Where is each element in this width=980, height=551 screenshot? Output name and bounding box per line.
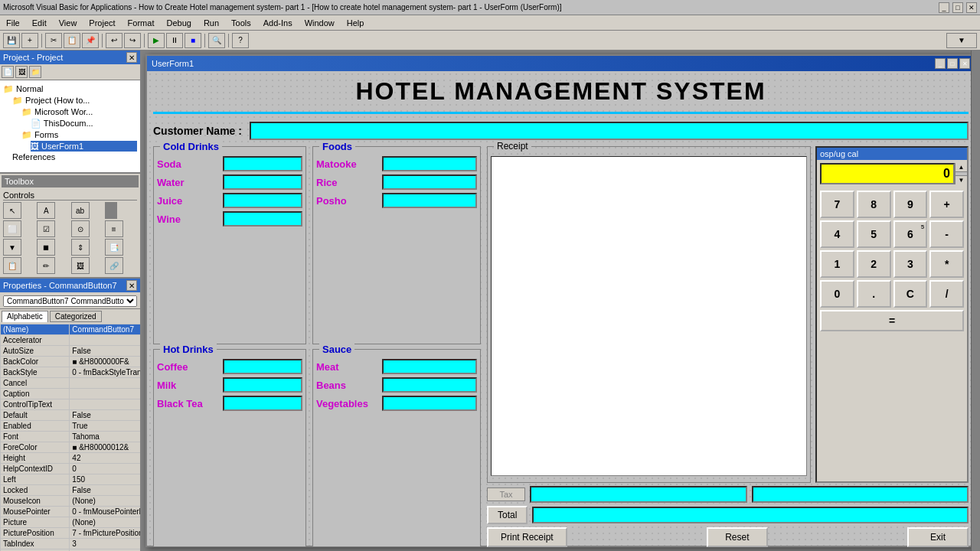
menu-help[interactable]: Help <box>344 18 368 28</box>
prop-row-default[interactable]: DefaultFalse <box>1 410 141 421</box>
prop-row-mouseicon[interactable]: MouseIcon(None) <box>1 496 141 507</box>
tree-forms[interactable]: 📁 Forms <box>21 129 137 141</box>
tree-microsoft-word[interactable]: 📁 Microsoft Wor... <box>21 106 137 118</box>
ctrl-checkbox[interactable]: ☑ <box>37 220 55 237</box>
menu-tools[interactable]: Tools <box>228 18 254 28</box>
calc-6[interactable]: 56 <box>893 220 928 248</box>
prop-row-picturepos[interactable]: PicturePosition7 - fmPicturePositionAbov… <box>1 528 141 539</box>
resize-handle[interactable] <box>971 51 980 551</box>
ctrl-ref[interactable]: 🔗 <box>105 257 123 274</box>
ctrl-draw[interactable]: ✏ <box>37 257 55 274</box>
minimize-btn[interactable]: _ <box>939 2 949 13</box>
prop-row-forecolor[interactable]: ForeColor■ &H80000012& <box>1 442 141 453</box>
add-btn[interactable]: + <box>21 33 38 48</box>
menu-view[interactable]: View <box>56 18 80 28</box>
blacktea-input[interactable] <box>223 396 302 411</box>
props-tab-cat[interactable]: Categorized <box>50 311 102 322</box>
fw-close[interactable]: ✕ <box>959 58 970 69</box>
calc-5[interactable]: 5 <box>857 220 891 248</box>
tax-input2[interactable] <box>752 486 969 503</box>
save-btn[interactable]: 💾 <box>3 33 20 48</box>
customer-input[interactable] <box>250 122 969 140</box>
prop-row-enabled[interactable]: EnabledTrue <box>1 421 141 432</box>
ctrl-label[interactable]: A <box>37 202 55 219</box>
menu-edit[interactable]: Edit <box>29 18 50 28</box>
prop-row-left[interactable]: Left150 <box>1 474 141 485</box>
break-btn[interactable]: 🔍 <box>208 33 225 48</box>
fw-minimize[interactable]: _ <box>935 58 946 69</box>
tree-normal[interactable]: 📁 Normal <box>3 83 137 95</box>
calc-2[interactable]: 2 <box>857 250 891 278</box>
menu-file[interactable]: File <box>3 18 23 28</box>
calc-minus[interactable]: - <box>929 220 964 248</box>
proj-view-form[interactable]: 🖼 <box>15 66 28 78</box>
soda-input[interactable] <box>223 156 302 171</box>
tax-input[interactable] <box>530 486 747 503</box>
menu-addins[interactable]: Add-Ins <box>260 18 296 28</box>
calc-multiply[interactable]: * <box>929 250 964 278</box>
ctrl-multipage[interactable]: 📑 <box>105 239 123 256</box>
ctrl-scroll[interactable] <box>105 202 117 219</box>
help-btn[interactable]: ? <box>232 33 249 48</box>
prop-row-helpid[interactable]: HelpContextID0 <box>1 464 141 474</box>
ctrl-pointer[interactable]: ↖ <box>3 202 21 219</box>
proj-view-code[interactable]: 📄 <box>2 66 14 78</box>
tree-userform1[interactable]: 🖼 UserForm1 <box>31 141 137 152</box>
coffee-input[interactable] <box>223 359 302 374</box>
prop-row-controltip[interactable]: ControlTipText <box>1 399 141 410</box>
calc-clear[interactable]: C <box>893 280 928 308</box>
print-receipt-button[interactable]: Print Receipt <box>487 527 567 547</box>
menu-project[interactable]: Project <box>86 18 118 28</box>
calc-dot[interactable]: . <box>857 280 891 308</box>
prop-row-cancel[interactable]: Cancel <box>1 378 141 389</box>
paste-btn[interactable]: 📌 <box>82 33 99 48</box>
tree-references[interactable]: References <box>12 152 137 162</box>
stop-btn[interactable]: ■ <box>185 33 201 48</box>
prop-row-caption[interactable]: Caption <box>1 389 141 399</box>
project-close[interactable]: ✕ <box>126 52 137 63</box>
prop-row-height[interactable]: Height42 <box>1 453 141 464</box>
beans-input[interactable] <box>382 377 477 393</box>
prop-row-mousepointer[interactable]: MousePointer0 - fmMousePointerDefault <box>1 507 141 517</box>
props-tab-alpha[interactable]: Alphabetic <box>2 311 48 322</box>
milk-input[interactable] <box>223 377 302 393</box>
matooke-input[interactable] <box>382 156 477 171</box>
ctrl-textbox[interactable]: ab <box>71 202 90 219</box>
cut-btn[interactable]: ✂ <box>45 33 62 48</box>
redo-btn[interactable]: ↪ <box>124 33 141 48</box>
props-close[interactable]: ✕ <box>126 280 137 291</box>
prop-row-font[interactable]: FontTahoma <box>1 432 141 442</box>
total-input[interactable] <box>532 507 969 523</box>
play-btn[interactable]: ▶ <box>148 33 165 48</box>
rice-input[interactable] <box>382 174 477 190</box>
vegetables-input[interactable] <box>382 396 477 411</box>
ctrl-listbox[interactable]: ≡ <box>105 220 123 237</box>
prop-row-backcolor[interactable]: BackColor■ &H8000000F& <box>1 357 141 367</box>
ctrl-spin[interactable]: ⇕ <box>71 239 90 256</box>
calc-plus[interactable]: + <box>929 191 964 218</box>
prop-row-backstyle[interactable]: BackStyle0 - fmBackStyleTranspare <box>1 367 141 378</box>
calc-7[interactable]: 7 <box>820 191 854 218</box>
prop-row-accel[interactable]: Accelerator <box>1 335 141 346</box>
calc-9[interactable]: 9 <box>893 191 928 218</box>
calc-4[interactable]: 4 <box>820 220 854 248</box>
juice-input[interactable] <box>223 193 302 208</box>
menu-format[interactable]: Format <box>125 18 158 28</box>
posho-input[interactable] <box>382 193 477 208</box>
restore-btn[interactable]: □ <box>952 2 963 13</box>
props-object-select[interactable]: CommandButton7 CommandButton <box>3 295 137 307</box>
calc-0[interactable]: 0 <box>820 280 854 308</box>
reset-button[interactable]: Reset <box>707 527 768 547</box>
calc-equals[interactable]: = <box>820 310 964 331</box>
prop-row-picture[interactable]: Picture(None) <box>1 517 141 528</box>
ctrl-toggle[interactable]: ⏹ <box>37 239 55 256</box>
prop-row-tabindex[interactable]: TabIndex3 <box>1 539 141 549</box>
fw-maximize[interactable]: □ <box>947 58 958 69</box>
prop-row-autosize[interactable]: AutoSizeFalse <box>1 346 141 357</box>
tree-thisdocument[interactable]: 📄 ThisDocum... <box>31 118 137 129</box>
total-button[interactable]: Total <box>487 506 528 524</box>
undo-btn[interactable]: ↩ <box>106 33 122 48</box>
menu-run[interactable]: Run <box>201 18 222 28</box>
exit-button[interactable]: Exit <box>907 527 969 547</box>
wine-input[interactable] <box>223 211 302 227</box>
